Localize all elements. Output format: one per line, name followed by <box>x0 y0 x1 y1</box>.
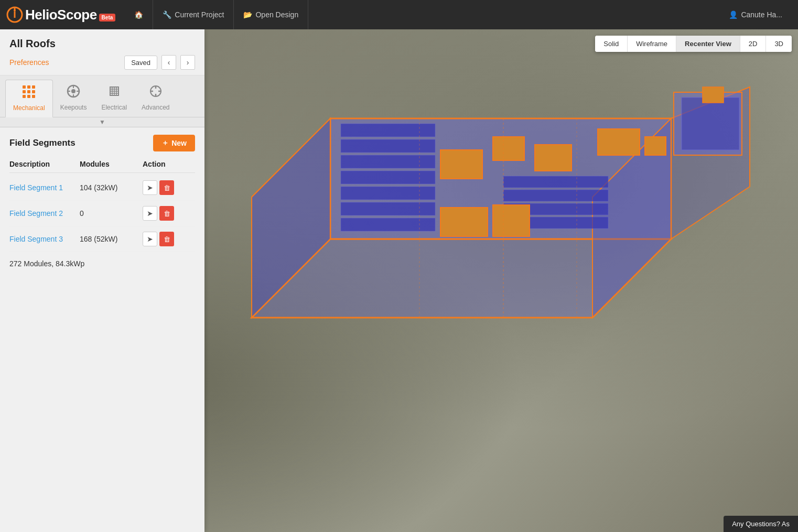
svg-rect-9 <box>341 124 435 137</box>
field-segments-panel: Field Segments ＋ New Description Modules… <box>0 127 204 532</box>
svg-rect-39 <box>32 90 35 93</box>
wrench-icon: 🔧 <box>163 10 171 19</box>
field-segment-3-delete[interactable]: 🗑 <box>159 232 174 246</box>
svg-point-3 <box>14 9 16 12</box>
nav-open-design[interactable]: 📂 Open Design <box>234 0 308 29</box>
field-segment-1-navigate[interactable]: ➤ <box>143 180 157 195</box>
table-row: Field Segment 3 168 (52kW) ➤ 🗑 <box>9 226 195 252</box>
next-arrow[interactable]: › <box>180 55 195 70</box>
svg-rect-29 <box>682 97 739 150</box>
view-controls: Solid Wireframe Recenter View 2D 3D <box>595 36 792 52</box>
logo-text: HelioScope <box>25 7 97 23</box>
field-segments-title: Field Segments <box>9 138 153 148</box>
tab-advanced-label: Advanced <box>142 104 169 111</box>
svg-rect-15 <box>341 218 435 231</box>
field-segment-2-name[interactable]: Field Segment 2 <box>9 209 80 218</box>
building-3d-visualization <box>199 56 776 501</box>
tab-keepouts[interactable]: Keepouts <box>53 80 94 117</box>
tab-electrical[interactable]: Electrical <box>94 80 134 117</box>
map-area: Solid Wireframe Recenter View 2D 3D All … <box>0 29 798 532</box>
prev-arrow[interactable]: ‹ <box>161 55 176 70</box>
nav-user: 👤 Canute Ha... <box>719 10 792 19</box>
logo-area: HelioScope Beta <box>6 6 115 23</box>
col-description: Description <box>9 160 80 168</box>
svg-rect-12 <box>341 171 435 184</box>
svg-point-44 <box>71 89 76 93</box>
field-segment-1-name[interactable]: Field Segment 1 <box>9 183 80 192</box>
user-icon: 👤 <box>729 10 738 19</box>
advanced-icon <box>148 84 163 102</box>
tab-keepouts-label: Keepouts <box>60 104 87 111</box>
svg-rect-35 <box>27 85 30 89</box>
col-modules: Modules <box>80 160 143 168</box>
tab-electrical-label: Electrical <box>101 104 127 111</box>
electrical-icon <box>107 84 122 102</box>
beta-badge: Beta <box>99 14 116 21</box>
keepouts-icon <box>66 84 81 102</box>
field-segments-summary: 272 Modules, 84.3kWp <box>9 252 195 270</box>
expand-icon[interactable]: ▼ <box>99 118 105 126</box>
svg-rect-34 <box>23 85 26 89</box>
folder-icon: 📂 <box>243 10 252 19</box>
svg-rect-21 <box>493 137 524 160</box>
solid-btn[interactable]: Solid <box>595 36 628 52</box>
svg-rect-42 <box>32 95 35 98</box>
field-segment-3-actions: ➤ 🗑 <box>143 232 195 246</box>
svg-rect-10 <box>341 139 435 153</box>
sidebar: All Roofs Preferences Saved ‹ › <box>0 29 204 532</box>
svg-rect-16 <box>503 176 608 188</box>
field-segment-1-delete[interactable]: 🗑 <box>159 180 174 195</box>
field-segment-2-modules: 0 <box>80 209 143 218</box>
svg-rect-25 <box>440 208 488 236</box>
expand-row: ▼ <box>0 117 204 127</box>
svg-rect-40 <box>23 95 26 98</box>
svg-rect-23 <box>598 129 640 155</box>
svg-rect-38 <box>27 90 30 93</box>
3d-btn[interactable]: 3D <box>766 36 792 52</box>
field-segment-2-delete[interactable]: 🗑 <box>159 206 174 221</box>
logo-icon <box>6 6 23 23</box>
svg-rect-26 <box>493 205 530 236</box>
field-segment-3-name[interactable]: Field Segment 3 <box>9 235 80 243</box>
preferences-link[interactable]: Preferences <box>9 58 120 67</box>
svg-rect-20 <box>440 150 482 179</box>
nav-home[interactable]: 🏠 <box>125 0 153 29</box>
new-field-segment-button[interactable]: ＋ New <box>153 135 195 151</box>
col-action: Action <box>143 160 195 168</box>
table-header: Description Modules Action <box>9 158 195 173</box>
wireframe-btn[interactable]: Wireframe <box>628 36 676 52</box>
svg-rect-11 <box>341 155 435 168</box>
svg-rect-36 <box>32 85 35 89</box>
field-segment-2-actions: ➤ 🗑 <box>143 206 195 221</box>
saved-button[interactable]: Saved <box>124 56 157 70</box>
nav-current-project[interactable]: 🔧 Current Project <box>153 0 234 29</box>
tab-mechanical[interactable]: Mechanical <box>5 80 53 117</box>
svg-rect-37 <box>23 90 26 93</box>
sidebar-controls-row: Preferences Saved ‹ › <box>9 55 195 70</box>
field-segment-2-navigate[interactable]: ➤ <box>143 206 157 221</box>
tab-mechanical-label: Mechanical <box>13 104 45 112</box>
svg-rect-30 <box>703 87 724 103</box>
mechanical-icon <box>21 84 36 102</box>
field-segment-3-navigate[interactable]: ➤ <box>143 232 157 246</box>
field-segments-table: Description Modules Action Field Segment… <box>9 158 195 252</box>
field-segment-3-modules: 168 (52kW) <box>80 235 143 243</box>
svg-rect-22 <box>535 145 571 171</box>
sidebar-title: All Roofs <box>9 38 195 50</box>
table-row: Field Segment 1 104 (32kW) ➤ 🗑 <box>9 175 195 201</box>
tab-advanced[interactable]: Advanced <box>134 80 177 117</box>
recenter-btn[interactable]: Recenter View <box>676 36 740 52</box>
svg-rect-41 <box>27 95 30 98</box>
svg-rect-14 <box>341 202 435 215</box>
home-icon: 🏠 <box>134 10 143 19</box>
svg-rect-13 <box>341 187 435 200</box>
any-questions-badge[interactable]: Any Questions? As <box>724 516 798 532</box>
table-row: Field Segment 2 0 ➤ 🗑 <box>9 201 195 226</box>
field-segments-header: Field Segments ＋ New <box>9 135 195 151</box>
field-segment-1-actions: ➤ 🗑 <box>143 180 195 195</box>
2d-btn[interactable]: 2D <box>740 36 767 52</box>
sidebar-header: All Roofs Preferences Saved ‹ › <box>0 29 204 75</box>
plus-icon: ＋ <box>161 138 169 148</box>
svg-rect-17 <box>503 190 608 201</box>
field-segment-1-modules: 104 (32kW) <box>80 183 143 192</box>
